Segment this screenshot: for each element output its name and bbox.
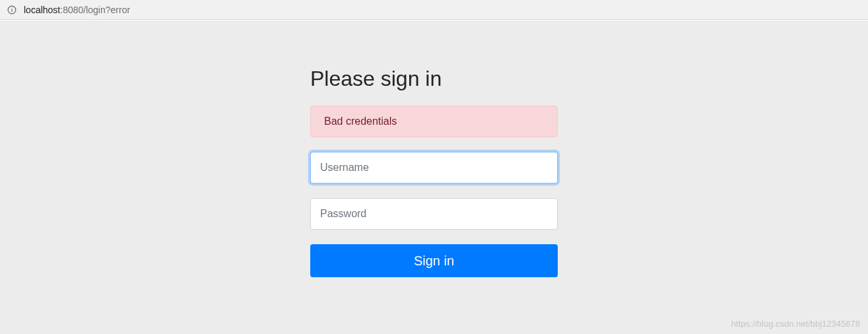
sign-in-button[interactable]: Sign in [310, 244, 558, 277]
url-host: localhost [24, 5, 60, 15]
login-form: Please sign in Bad credentials Sign in [310, 67, 558, 334]
url-text: localhost:8080/login?error [24, 5, 130, 15]
password-input[interactable] [310, 198, 558, 230]
page-content: Please sign in Bad credentials Sign in [0, 20, 868, 334]
page-title: Please sign in [310, 67, 558, 91]
browser-address-bar[interactable]: localhost:8080/login?error [0, 0, 868, 20]
error-alert: Bad credentials [310, 106, 558, 137]
info-icon [7, 5, 17, 15]
url-path: :8080/login?error [60, 5, 130, 15]
username-input[interactable] [310, 152, 558, 184]
svg-point-2 [11, 7, 12, 8]
